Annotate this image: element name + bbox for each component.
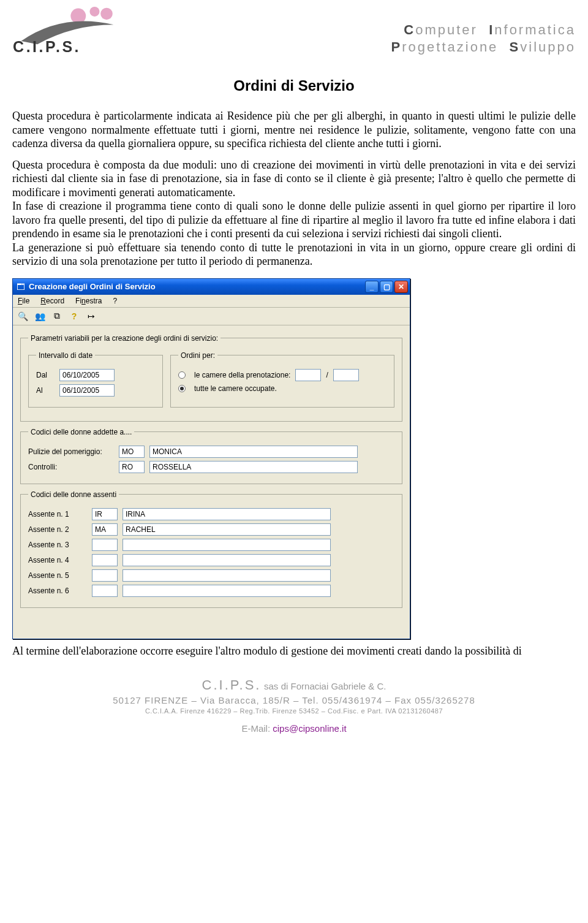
footer-company-of: di Fornaciai Gabriele & C. bbox=[281, 681, 386, 691]
radio-camere-prenotazione[interactable] bbox=[178, 371, 186, 379]
minimize-button[interactable]: _ bbox=[365, 281, 379, 293]
logo-block: C.I.P.S. bbox=[12, 6, 123, 55]
label-pomeriggio: Pulizie del pomeriggio: bbox=[28, 447, 114, 456]
assente-label: Assente n. 2 bbox=[28, 525, 87, 534]
toolbar-icon-1[interactable]: 🔍 bbox=[17, 310, 29, 322]
radio-tutte-occupate-label: tutte le camere occupate. bbox=[194, 384, 277, 393]
assente-code-input[interactable] bbox=[92, 508, 118, 520]
assente-code-input[interactable] bbox=[92, 554, 118, 566]
group-ordini-legend: Ordini per: bbox=[178, 351, 217, 360]
group-addette-legend: Codici delle donne addette a.... bbox=[28, 428, 134, 436]
assente-row: Assente n. 3 bbox=[28, 539, 394, 551]
input-prenotazione-2[interactable] bbox=[333, 369, 359, 381]
assente-name-input[interactable] bbox=[123, 539, 331, 551]
group-assenti: Codici delle donne assenti Assente n. 1A… bbox=[20, 490, 402, 608]
footer-address: 50127 FIRENZE – Via Baracca, 185/R – Tel… bbox=[12, 694, 576, 707]
assente-code-input[interactable] bbox=[92, 585, 118, 597]
assente-label: Assente n. 3 bbox=[28, 541, 87, 549]
tagline: Computer Informatica Progettazione Svilu… bbox=[391, 21, 576, 55]
dialog-client-area: Parametri variabili per la creazione deg… bbox=[13, 325, 410, 639]
footer-company-big: C.I.P.S. bbox=[202, 677, 262, 693]
app-icon: 🗔 bbox=[17, 282, 25, 292]
label-al: Al bbox=[36, 386, 55, 395]
assente-label: Assente n. 6 bbox=[28, 587, 87, 595]
prenotazione-sep: / bbox=[326, 371, 328, 379]
footer-registration: C.C.I.A.A. Firenze 416229 – Reg.Trib. Fi… bbox=[12, 707, 576, 716]
input-controlli-name[interactable] bbox=[149, 461, 358, 473]
assente-row: Assente n. 2 bbox=[28, 523, 394, 536]
group-parametri-legend: Parametri variabili per la creazione deg… bbox=[28, 334, 221, 343]
radio-tutte-occupate[interactable] bbox=[178, 385, 186, 392]
footer-company-form: sas bbox=[264, 681, 278, 691]
dialog-titlebar[interactable]: 🗔 Creazione degli Ordini di Servizio _ ▢… bbox=[13, 279, 410, 295]
group-ordini-per: Ordini per: le camere della prenotazione… bbox=[170, 351, 394, 408]
toolbar-icon-3[interactable]: ⧉ bbox=[51, 310, 63, 322]
assente-label: Assente n. 1 bbox=[28, 510, 87, 518]
menu-record[interactable]: Record bbox=[40, 297, 64, 305]
input-prenotazione-1[interactable] bbox=[295, 369, 321, 381]
input-al[interactable] bbox=[59, 384, 115, 397]
assente-code-input[interactable] bbox=[92, 569, 118, 582]
assente-row: Assente n. 6 bbox=[28, 585, 394, 597]
assente-name-input[interactable] bbox=[123, 569, 331, 582]
para-after-dialog: Al termine dell'elaborazione occorre ese… bbox=[12, 644, 576, 658]
document-title: Ordini di Servizio bbox=[12, 77, 576, 94]
assente-name-input[interactable] bbox=[123, 508, 331, 520]
toolbar: 🔍 👥 ⧉ ? ↦ bbox=[13, 308, 410, 325]
footer-email-label: E-Mail: bbox=[241, 723, 273, 734]
assente-code-input[interactable] bbox=[92, 523, 118, 536]
group-intervallo-date: Intervallo di date Dal Al bbox=[28, 351, 163, 408]
toolbar-icon-2[interactable]: 👥 bbox=[34, 310, 46, 322]
assente-label: Assente n. 5 bbox=[28, 571, 87, 580]
assente-name-input[interactable] bbox=[123, 554, 331, 566]
assente-row: Assente n. 1 bbox=[28, 508, 394, 520]
footer-email-link[interactable]: cips@cipsonline.it bbox=[273, 723, 346, 734]
group-parametri: Parametri variabili per la creazione deg… bbox=[20, 334, 402, 422]
toolbar-help-icon[interactable]: ? bbox=[68, 310, 80, 322]
assente-row: Assente n. 5 bbox=[28, 569, 394, 582]
radio-camere-prenotazione-label: le camere della prenotazione: bbox=[194, 371, 290, 379]
para-2: Questa procedura è composta da due modul… bbox=[12, 158, 576, 200]
page-footer: C.I.P.S. sas di Fornaciai Gabriele & C. … bbox=[12, 676, 576, 735]
toolbar-exit-icon[interactable]: ↦ bbox=[85, 310, 97, 322]
close-button[interactable]: ✕ bbox=[394, 281, 408, 293]
menu-bar: File Record Finestra ? bbox=[13, 295, 410, 308]
input-dal[interactable] bbox=[59, 369, 115, 381]
assente-code-input[interactable] bbox=[92, 539, 118, 551]
group-addette: Codici delle donne addette a.... Pulizie… bbox=[20, 428, 402, 484]
maximize-button[interactable]: ▢ bbox=[380, 281, 393, 293]
menu-help[interactable]: ? bbox=[113, 297, 117, 305]
label-dal: Dal bbox=[36, 371, 55, 379]
svg-point-1 bbox=[89, 7, 99, 17]
assente-name-input[interactable] bbox=[123, 523, 331, 536]
para-4: La generazione si può effettuare sia ten… bbox=[12, 241, 576, 268]
dialog-window: 🗔 Creazione degli Ordini di Servizio _ ▢… bbox=[12, 278, 410, 639]
assente-row: Assente n. 4 bbox=[28, 554, 394, 566]
svg-point-2 bbox=[100, 8, 113, 20]
label-controlli: Controlli: bbox=[28, 463, 114, 471]
assente-name-input[interactable] bbox=[123, 585, 331, 597]
dialog-title: Creazione degli Ordini di Servizio bbox=[29, 282, 365, 291]
menu-file[interactable]: File bbox=[18, 297, 29, 305]
input-pomeriggio-name[interactable] bbox=[149, 446, 358, 458]
input-controlli-code[interactable] bbox=[119, 461, 145, 473]
assente-label: Assente n. 4 bbox=[28, 556, 87, 564]
group-assenti-legend: Codici delle donne assenti bbox=[28, 490, 119, 499]
menu-finestra[interactable]: Finestra bbox=[75, 297, 102, 305]
para-1: Questa procedura è particolarmente indic… bbox=[12, 109, 576, 151]
letterhead: C.I.P.S. Computer Informatica Progettazi… bbox=[12, 0, 576, 60]
input-pomeriggio-code[interactable] bbox=[119, 446, 145, 458]
para-3: In fase di creazione il programma tiene … bbox=[12, 199, 576, 241]
group-intervallo-legend: Intervallo di date bbox=[36, 351, 95, 360]
svg-text:C.I.P.S.: C.I.P.S. bbox=[13, 38, 81, 55]
cips-logo-icon: C.I.P.S. bbox=[12, 6, 123, 55]
